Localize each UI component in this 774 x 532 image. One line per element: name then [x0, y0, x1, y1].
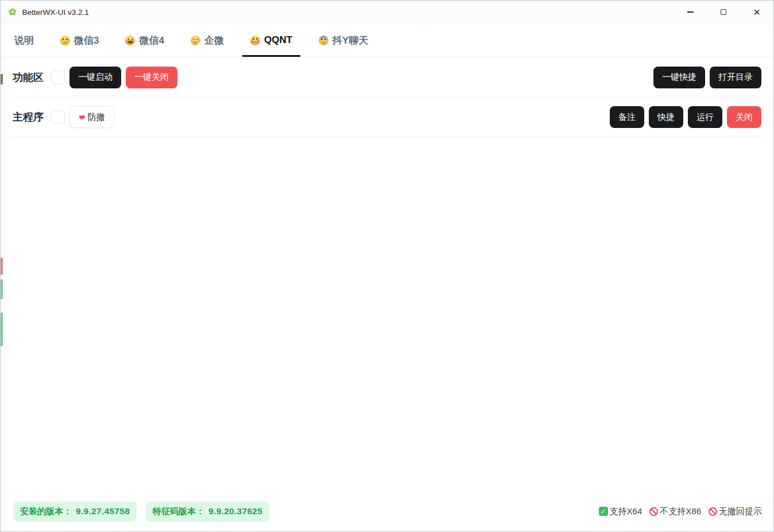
- x86-unsupported-label: 不支持X86: [660, 506, 701, 517]
- no-recall-tip-flag: 无撤回提示: [709, 506, 762, 517]
- tab-wechat4[interactable]: 微信4: [116, 24, 173, 57]
- x86-unsupported-flag: 不支持X86: [649, 506, 701, 517]
- app-window: ✿ BetterWX-UI v3.2.1 × 说明 微信3 微信4: [0, 0, 774, 532]
- tab-label: 企微: [204, 34, 224, 47]
- main-program-row: 主程序 防撤 备注 快捷 运行 关闭: [1, 98, 773, 137]
- signature-version-badge: 特征码版本： 9.9.20.37625: [146, 502, 269, 522]
- app-icon: ✿: [9, 7, 16, 17]
- support-flags: ✓ 支持X64 不支持X86 无撤回提示: [599, 506, 762, 517]
- fearful-face-icon: [319, 36, 328, 45]
- x64-supported-flag: ✓ 支持X64: [599, 506, 643, 517]
- flushed-face-icon: [250, 36, 260, 45]
- tab-qqnt[interactable]: QQNT: [241, 24, 301, 57]
- x64-supported-label: 支持X64: [610, 506, 643, 517]
- open-directory-button[interactable]: 打开目录: [710, 67, 761, 88]
- status-bar: 安装的版本： 9.9.27.45758 特征码版本： 9.9.20.37625 …: [1, 496, 773, 531]
- tab-wechat3[interactable]: 微信3: [51, 24, 108, 57]
- left-edge-line: [4, 58, 5, 531]
- one-key-shortcut-button[interactable]: 一键快捷: [653, 67, 705, 88]
- function-area-row: 功能区 一键启动 一键关闭 一键快捷 打开目录: [1, 57, 773, 97]
- installed-version-label: 安装的版本：: [20, 506, 72, 517]
- tab-label: 微信4: [139, 34, 164, 47]
- anti-recall-button[interactable]: 防撤: [69, 106, 114, 128]
- left-edge-artifact: [1, 74, 3, 84]
- tab-label: 抖Y聊天: [332, 34, 368, 47]
- function-area-label: 功能区: [13, 71, 51, 84]
- content-area: [1, 137, 773, 496]
- grinning-face-icon: [125, 36, 135, 45]
- tab-bar: 说明 微信3 微信4 企微 QQNT 抖Y聊天: [1, 24, 773, 57]
- anti-recall-label: 防撤: [88, 112, 105, 123]
- prohibited-icon: [709, 507, 717, 516]
- prohibited-icon: [649, 507, 658, 516]
- one-key-start-button[interactable]: 一键启动: [69, 67, 121, 88]
- left-edge-artifact: [1, 258, 3, 275]
- function-area-right-buttons: 一键快捷 打开目录: [653, 67, 761, 88]
- tab-qiwei[interactable]: 企微: [181, 24, 233, 57]
- shortcut-button[interactable]: 快捷: [649, 106, 683, 128]
- two-hearts-icon: [79, 113, 83, 121]
- tab-instructions[interactable]: 说明: [5, 24, 43, 57]
- check-icon: ✓: [599, 507, 608, 516]
- main-program-label: 主程序: [13, 110, 51, 124]
- title-bar: ✿ BetterWX-UI v3.2.1 ×: [1, 1, 773, 24]
- window-title: BetterWX-UI v3.2.1: [22, 8, 88, 17]
- version-badges: 安装的版本： 9.9.27.45758 特征码版本： 9.9.20.37625: [13, 502, 269, 522]
- function-area-left-buttons: 一键启动 一键关闭: [69, 67, 177, 88]
- left-edge-artifact: [1, 279, 3, 299]
- main-program-right-buttons: 备注 快捷 运行 关闭: [610, 106, 761, 128]
- tab-label: 说明: [14, 34, 34, 47]
- close-button[interactable]: ×: [740, 1, 773, 24]
- no-recall-tip-label: 无撤回提示: [719, 506, 762, 517]
- left-edge-artifact: [1, 313, 3, 346]
- minimize-icon: [687, 11, 694, 12]
- sleepy-face-icon: [191, 36, 200, 45]
- maximize-icon: [721, 9, 727, 15]
- window-controls: ×: [674, 1, 773, 24]
- minimize-button[interactable]: [674, 1, 707, 24]
- signature-version-value: 9.9.20.37625: [208, 506, 262, 517]
- main-program-checkbox[interactable]: [51, 110, 65, 124]
- main-program-left-buttons: 防撤: [69, 106, 114, 128]
- installed-version-value: 9.9.27.45758: [76, 506, 130, 517]
- signature-version-label: 特征码版本：: [153, 506, 204, 517]
- run-button[interactable]: 运行: [688, 106, 722, 128]
- one-key-close-button[interactable]: 一键关闭: [126, 67, 177, 88]
- function-area-checkbox[interactable]: [51, 71, 65, 84]
- worried-face-icon: [60, 36, 70, 45]
- tab-label: QQNT: [264, 34, 292, 46]
- maximize-button[interactable]: [707, 1, 740, 24]
- close-program-button[interactable]: 关闭: [727, 106, 761, 128]
- close-icon: ×: [753, 6, 760, 18]
- tab-label: 微信3: [74, 34, 99, 47]
- installed-version-badge: 安装的版本： 9.9.27.45758: [13, 502, 137, 522]
- tab-douyin-chat[interactable]: 抖Y聊天: [309, 24, 377, 57]
- remark-button[interactable]: 备注: [610, 106, 644, 128]
